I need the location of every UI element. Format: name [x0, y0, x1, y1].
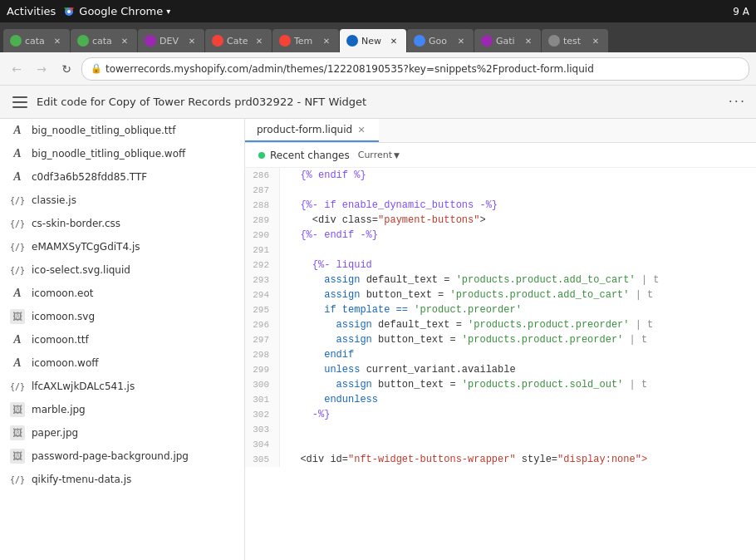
browser-tab-tab6[interactable]: New✕: [340, 29, 406, 52]
current-dropdown[interactable]: Current ▼: [355, 148, 403, 162]
code-token: <div class=: [288, 214, 378, 226]
tab-close[interactable]: ✕: [186, 35, 198, 47]
browser-tab-tab4[interactable]: Cate✕: [205, 29, 272, 52]
line-content[interactable]: assign default_text = 'products.product.…: [280, 317, 653, 332]
line-content[interactable]: assign button_text = 'products.product.s…: [280, 377, 647, 392]
svg-rect-4: [12, 106, 27, 108]
url-bar[interactable]: 🔒 towerrecords.myshopify.com/admin/theme…: [81, 57, 749, 81]
code-token: assign: [288, 289, 366, 301]
line-content[interactable]: endunless: [280, 392, 378, 407]
line-content[interactable]: {%- endif -%}: [280, 228, 378, 243]
tab-close[interactable]: ✕: [590, 35, 601, 47]
sidebar-item-label: marble.jpg: [32, 404, 86, 415]
line-content[interactable]: [280, 422, 288, 437]
browser-tab-tab2[interactable]: cata✕: [71, 29, 137, 52]
line-content[interactable]: <div class="payment-buttons">: [280, 213, 486, 228]
line-content[interactable]: assign button_text = 'products.product.a…: [280, 287, 653, 302]
sidebar-item[interactable]: {/}qikify-tmenu-data.js: [0, 468, 244, 491]
reload-button[interactable]: ↻: [56, 59, 76, 79]
line-content[interactable]: {% endif %}: [280, 168, 366, 183]
status-dot: [258, 152, 265, 159]
code-token: current_variant.available: [366, 364, 516, 376]
line-content[interactable]: {%- if enable_dynamic_buttons -%}: [280, 198, 498, 213]
browser-tab-tab9[interactable]: test✕: [542, 29, 608, 52]
code-token: endif: [288, 349, 354, 361]
line-number: 292: [245, 258, 280, 273]
sidebar-item[interactable]: {/}classie.js: [0, 189, 244, 212]
svg-rect-2: [12, 96, 27, 98]
dropdown-icon[interactable]: ▾: [166, 7, 170, 16]
tab-close[interactable]: ✕: [119, 35, 130, 47]
chrome-app[interactable]: Google Chrome ▾: [62, 5, 170, 18]
table-row: 290 {%- endif -%}: [245, 228, 756, 243]
tab-close[interactable]: ✕: [321, 35, 332, 47]
sidebar-item[interactable]: {/}eMAMXSyTCgGdiT4.js: [0, 235, 244, 258]
sidebar-item[interactable]: {/}ico-select.svg.liquid: [0, 258, 244, 282]
sidebar-item[interactable]: Aicomoon.woff: [0, 351, 244, 375]
code-file-icon: {/}: [10, 263, 25, 278]
forward-button[interactable]: →: [32, 59, 52, 79]
line-content[interactable]: [280, 437, 288, 452]
sidebar-item[interactable]: 🖼password-page-background.jpg: [0, 445, 244, 468]
line-content[interactable]: [280, 243, 288, 258]
sidebar-item[interactable]: {/}lfcAXLwjkDALc541.js: [0, 375, 244, 398]
sidebar-item-label: eMAMXSyTCgGdiT4.js: [32, 241, 140, 253]
table-row: 299 unless current_variant.available: [245, 362, 756, 377]
browser-tab-tab7[interactable]: Goo✕: [407, 29, 474, 52]
table-row: 287: [245, 183, 756, 198]
font-file-icon: A: [10, 286, 25, 301]
code-token: >: [479, 214, 485, 226]
browser-tab-tab3[interactable]: DEV✕: [138, 29, 204, 52]
sidebar-item[interactable]: Abig_noodle_titling_oblique.ttf: [0, 119, 244, 142]
tab-close[interactable]: ✕: [523, 35, 534, 47]
sidebar-toggle[interactable]: [10, 92, 30, 112]
browser-tab-tab1[interactable]: cata✕: [3, 29, 70, 52]
tab-close[interactable]: ✕: [388, 35, 400, 47]
code-token: | t: [623, 334, 647, 346]
activities-label[interactable]: Activities: [7, 5, 56, 17]
line-content[interactable]: assign button_text = 'products.product.p…: [280, 332, 647, 347]
code-token: | t: [636, 274, 660, 286]
sidebar-item[interactable]: Ac0df3a6b528fdd85.TTF: [0, 165, 244, 189]
code-editor[interactable]: 286 {% endif %}287288 {%- if enable_dyna…: [245, 168, 756, 560]
font-file-icon: A: [10, 169, 25, 184]
line-content[interactable]: endif: [280, 347, 354, 362]
more-options-button[interactable]: ···: [729, 94, 746, 110]
line-content[interactable]: -%}: [280, 407, 330, 422]
line-number: 297: [245, 332, 280, 347]
tab-close[interactable]: ✕: [455, 35, 467, 47]
browser-tab-tab8[interactable]: Gati✕: [474, 29, 541, 52]
code-file-icon: {/}: [10, 379, 25, 394]
line-number: 299: [245, 362, 280, 377]
code-token: button_text =: [378, 379, 462, 391]
browser-tab-tab5[interactable]: Tem✕: [272, 29, 339, 52]
back-button[interactable]: ←: [7, 59, 27, 79]
sidebar-item-label: icomoon.svg: [32, 311, 95, 322]
sidebar-item[interactable]: Aicomoon.eot: [0, 282, 244, 305]
file-tab-product-form[interactable]: product-form.liquid ✕: [245, 119, 379, 142]
sidebar-item[interactable]: {/}cs-skin-border.css: [0, 212, 244, 235]
sidebar-item[interactable]: 🖼marble.jpg: [0, 398, 244, 421]
line-number: 289: [245, 213, 280, 228]
line-content[interactable]: unless current_variant.available: [280, 362, 516, 377]
tab-close[interactable]: ✕: [253, 35, 265, 47]
line-content[interactable]: if template == 'product.preorder': [280, 302, 522, 317]
sidebar-item-label: c0df3a6b528fdd85.TTF: [32, 171, 147, 183]
code-token: "payment-buttons": [378, 214, 479, 226]
file-tab-close[interactable]: ✕: [356, 124, 367, 135]
line-content[interactable]: <div id="nft-widget-buttons-wrapper" sty…: [280, 452, 647, 467]
code-token: 'products.product.preorder': [462, 334, 623, 346]
sidebar-item[interactable]: 🖼paper.jpg: [0, 421, 244, 445]
sidebar-item[interactable]: 🖼icomoon.svg: [0, 305, 244, 328]
line-content[interactable]: [280, 183, 288, 198]
code-token: 'products.product.sold_out': [462, 379, 623, 391]
line-content[interactable]: assign default_text = 'products.product.…: [280, 273, 660, 287]
tab-close[interactable]: ✕: [52, 35, 63, 47]
tab-label: Goo: [429, 36, 452, 47]
tab-label: cata: [25, 36, 48, 47]
sidebar-item[interactable]: Abig_noodle_titling_oblique.woff: [0, 142, 244, 165]
code-token: assign: [288, 319, 378, 331]
recent-changes-label: Recent changes: [270, 150, 350, 161]
sidebar-item[interactable]: Aicomoon.ttf: [0, 328, 244, 351]
line-content[interactable]: {%- liquid: [280, 258, 372, 273]
